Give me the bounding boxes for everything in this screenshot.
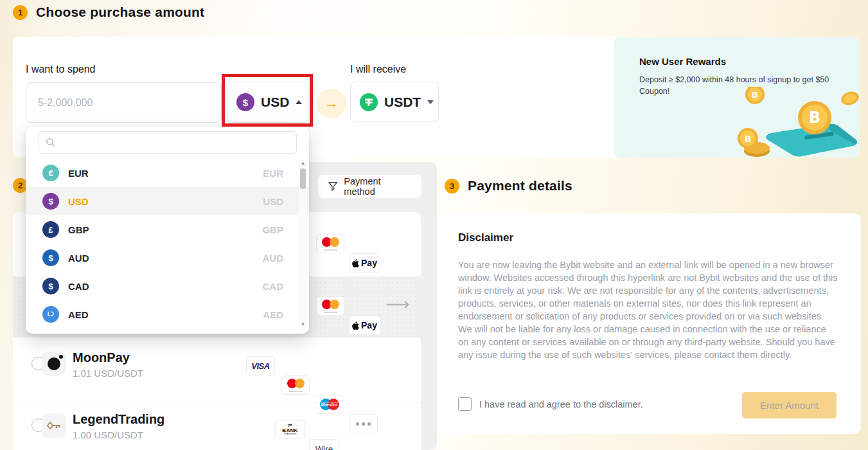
moonpay-rate: 1.01 USD/USDT (73, 368, 143, 379)
visa-badge: VISA (246, 356, 275, 375)
spend-label: I want to spend (26, 64, 96, 75)
payment-details-card: Disclaimer You are now leaving the Bybit… (439, 213, 861, 434)
step1-header: 1 Choose purchase amount (13, 4, 204, 20)
bank-transfer-badge: ⇄ BANK TRANSFER (275, 420, 305, 439)
moonpay-name: MoonPay (73, 350, 143, 365)
apple-icon (352, 321, 359, 330)
rewards-banner: New User Rewards Deposit ≥ $2,000 within… (614, 37, 860, 158)
applepay-badge: Pay (349, 253, 380, 273)
scroll-up-icon[interactable]: ▲ (299, 159, 307, 167)
step1-title: Choose purchase amount (36, 4, 204, 20)
key-icon (46, 421, 62, 430)
currency-option-aud[interactable]: $ AUD AUD (26, 244, 309, 272)
disclaimer-title: Disclaimer (458, 231, 513, 244)
aud-coin-icon: $ (42, 249, 59, 266)
step3-badge: 3 (445, 179, 459, 194)
provider-row-moonpay[interactable]: MoonPay 1.01 USD/USDT VISA mastercard Ma… (13, 338, 421, 402)
swap-arrow-circle: → (317, 89, 346, 118)
scrollbar-thumb[interactable] (300, 168, 306, 189)
agree-label: I have read and agree to the disclaimer. (479, 399, 643, 410)
wire-badge: Wire (309, 439, 339, 450)
currency-dropdown: € EUR EUR $ USD USD £ GBP GBP $ AUD AUD … (26, 127, 309, 334)
step1-badge: 1 (13, 5, 28, 20)
caret-up-icon (296, 100, 302, 104)
step3-header: 3 Payment details (445, 178, 572, 194)
currency-option-usd[interactable]: $ USD USD (26, 187, 309, 215)
spend-currency-code: USD (261, 94, 289, 110)
caret-down-icon (427, 100, 434, 104)
apple-icon (352, 259, 359, 267)
legendtrading-logo (42, 413, 66, 438)
moonpay-logo (42, 352, 66, 376)
currency-option-gbp[interactable]: £ GBP GBP (26, 215, 309, 244)
applepay-label: Pay (361, 258, 377, 268)
currency-option-eur[interactable]: € EUR EUR (26, 159, 309, 187)
receive-currency-code: USDT (384, 94, 421, 110)
scroll-down-icon[interactable]: ▼ (299, 320, 307, 328)
disclaimer-body: You are now leaving the Bybit website an… (458, 258, 838, 361)
dropdown-scrollbar[interactable]: ▲ ▼ (299, 159, 307, 328)
receive-label: I will receive (350, 64, 406, 75)
legendtrading-rate: 1.00 USD/USDT (73, 429, 164, 440)
mastercard-badge: mastercard (316, 234, 344, 253)
svg-text:B: B (809, 109, 820, 127)
buy-crypto-page: 1 Choose purchase amount I want to spend… (0, 0, 868, 450)
payment-method-filter-button[interactable]: Payment method (318, 175, 421, 198)
aed-coin-icon (42, 306, 59, 323)
rewards-illustration: B B B (732, 87, 860, 158)
svg-text:B: B (752, 90, 758, 100)
step3-title: Payment details (468, 178, 572, 194)
applepay-badge: Pay (349, 316, 380, 335)
currency-search-box[interactable] (39, 131, 297, 154)
dirham-symbol (46, 310, 55, 319)
currency-option-cad[interactable]: $ CAD CAD (26, 272, 309, 300)
currency-option-aed[interactable]: AED AED (26, 300, 309, 328)
enter-amount-button[interactable]: Enter Amount (742, 392, 837, 419)
payment-method-filter-label: Payment method (344, 176, 411, 197)
receive-currency-selector[interactable]: USDT (350, 82, 439, 122)
spend-amount-input[interactable] (26, 82, 222, 123)
go-arrow-icon[interactable]: ⟶ (385, 294, 409, 314)
tether-symbol (364, 97, 374, 107)
usd-coin-icon: $ (42, 193, 59, 210)
svg-text:B: B (745, 134, 752, 144)
right-arrow-icon: → (324, 95, 339, 112)
eur-coin-icon: € (42, 165, 59, 181)
usd-coin-icon: $ (236, 93, 254, 111)
gbp-coin-icon: £ (42, 221, 59, 238)
applepay-label: Pay (361, 320, 377, 330)
search-icon (46, 138, 55, 147)
mastercard-badge: mastercard (316, 296, 344, 316)
legendtrading-name: LegendTrading (73, 412, 164, 427)
mastercard-badge: mastercard (281, 375, 310, 395)
filter-funnel-icon (328, 181, 337, 192)
cad-coin-icon: $ (42, 278, 59, 294)
usdt-coin-icon (360, 93, 378, 111)
rewards-title: New User Rewards (639, 56, 726, 67)
agree-checkbox[interactable] (458, 397, 472, 411)
provider-row-legendtrading[interactable]: LegendTrading 1.00 USD/USDT ⇄ BANK TRANS… (13, 402, 421, 450)
spend-currency-selector[interactable]: $ USD (227, 82, 308, 123)
